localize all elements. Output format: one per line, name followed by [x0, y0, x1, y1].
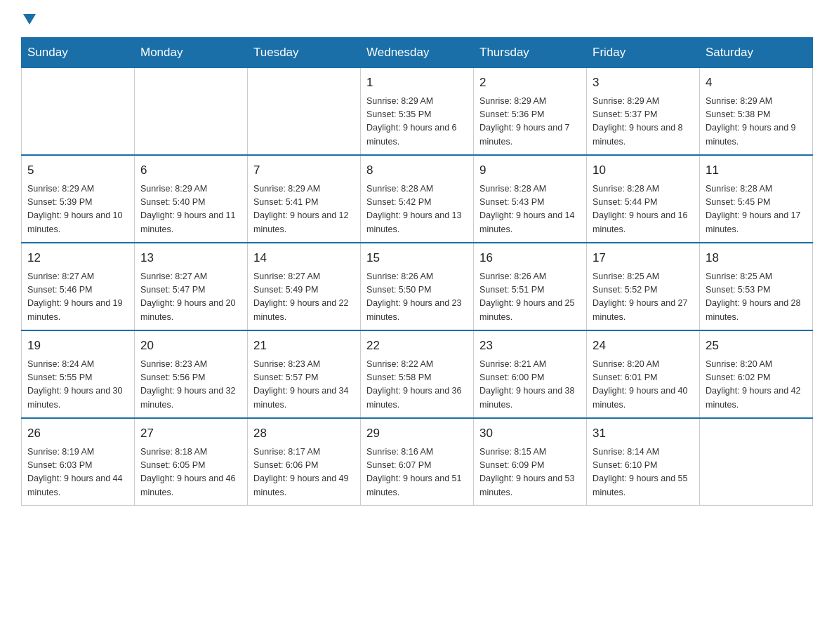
day-number: 18: [706, 249, 807, 267]
calendar-cell: 18Sunrise: 8:25 AMSunset: 5:53 PMDayligh…: [700, 243, 813, 330]
day-info: Sunrise: 8:17 AMSunset: 6:06 PMDaylight:…: [253, 445, 355, 500]
day-number: 16: [479, 249, 581, 267]
day-number: 1: [366, 74, 468, 92]
calendar-header-sunday: Sunday: [22, 38, 135, 67]
day-info: Sunrise: 8:18 AMSunset: 6:05 PMDaylight:…: [140, 445, 241, 500]
day-info: Sunrise: 8:26 AMSunset: 5:50 PMDaylight:…: [366, 270, 468, 325]
day-number: 8: [366, 161, 468, 180]
day-info: Sunrise: 8:29 AMSunset: 5:41 PMDaylight:…: [253, 182, 355, 237]
calendar-table: SundayMondayTuesdayWednesdayThursdayFrid…: [21, 37, 813, 506]
day-info: Sunrise: 8:14 AMSunset: 6:10 PMDaylight:…: [593, 445, 694, 500]
calendar-cell: 27Sunrise: 8:18 AMSunset: 6:05 PMDayligh…: [135, 418, 248, 506]
calendar-cell: 3Sunrise: 8:29 AMSunset: 5:37 PMDaylight…: [587, 67, 700, 155]
calendar-cell: 5Sunrise: 8:29 AMSunset: 5:39 PMDaylight…: [22, 155, 135, 243]
logo: [21, 14, 36, 23]
day-info: Sunrise: 8:22 AMSunset: 5:58 PMDaylight:…: [366, 358, 468, 412]
day-number: 22: [366, 337, 468, 355]
calendar-week-row: 26Sunrise: 8:19 AMSunset: 6:03 PMDayligh…: [22, 418, 813, 506]
day-info: Sunrise: 8:25 AMSunset: 5:52 PMDaylight:…: [593, 270, 694, 325]
calendar-cell: 11Sunrise: 8:28 AMSunset: 5:45 PMDayligh…: [700, 155, 813, 243]
day-info: Sunrise: 8:16 AMSunset: 6:07 PMDaylight:…: [366, 445, 468, 500]
calendar-cell: 24Sunrise: 8:20 AMSunset: 6:01 PMDayligh…: [587, 330, 700, 418]
day-info: Sunrise: 8:28 AMSunset: 5:44 PMDaylight:…: [593, 182, 694, 237]
day-info: Sunrise: 8:28 AMSunset: 5:43 PMDaylight:…: [479, 182, 581, 237]
calendar-cell: 16Sunrise: 8:26 AMSunset: 5:51 PMDayligh…: [474, 243, 587, 330]
calendar-cell: 17Sunrise: 8:25 AMSunset: 5:52 PMDayligh…: [587, 243, 700, 330]
calendar-cell: 23Sunrise: 8:21 AMSunset: 6:00 PMDayligh…: [474, 330, 587, 418]
day-info: Sunrise: 8:29 AMSunset: 5:40 PMDaylight:…: [140, 182, 241, 237]
day-number: 6: [140, 161, 241, 180]
calendar-header-tuesday: Tuesday: [248, 38, 361, 67]
day-number: 13: [140, 249, 241, 267]
day-info: Sunrise: 8:23 AMSunset: 5:56 PMDaylight:…: [140, 358, 241, 412]
day-info: Sunrise: 8:27 AMSunset: 5:49 PMDaylight:…: [253, 270, 355, 325]
calendar-cell: [22, 67, 135, 155]
calendar-week-row: 5Sunrise: 8:29 AMSunset: 5:39 PMDaylight…: [22, 155, 813, 243]
day-info: Sunrise: 8:29 AMSunset: 5:39 PMDaylight:…: [27, 182, 128, 237]
calendar-cell: 28Sunrise: 8:17 AMSunset: 6:06 PMDayligh…: [248, 418, 361, 506]
calendar-cell: 30Sunrise: 8:15 AMSunset: 6:09 PMDayligh…: [474, 418, 587, 506]
calendar-week-row: 19Sunrise: 8:24 AMSunset: 5:55 PMDayligh…: [22, 330, 813, 418]
day-number: 28: [253, 424, 355, 443]
calendar-header-row: SundayMondayTuesdayWednesdayThursdayFrid…: [22, 38, 813, 67]
calendar-header-wednesday: Wednesday: [361, 38, 474, 67]
page-header: [21, 14, 813, 23]
calendar-cell: 1Sunrise: 8:29 AMSunset: 5:35 PMDaylight…: [361, 67, 474, 155]
calendar-cell: 4Sunrise: 8:29 AMSunset: 5:38 PMDaylight…: [700, 67, 813, 155]
calendar-cell: 9Sunrise: 8:28 AMSunset: 5:43 PMDaylight…: [474, 155, 587, 243]
day-number: 21: [253, 337, 355, 355]
calendar-week-row: 1Sunrise: 8:29 AMSunset: 5:35 PMDaylight…: [22, 67, 813, 155]
day-number: 2: [479, 74, 581, 92]
day-number: 20: [140, 337, 241, 355]
day-number: 5: [27, 161, 128, 180]
day-number: 31: [593, 424, 694, 443]
day-number: 26: [27, 424, 128, 443]
day-number: 25: [706, 337, 807, 355]
day-number: 19: [27, 337, 128, 355]
calendar-cell: 20Sunrise: 8:23 AMSunset: 5:56 PMDayligh…: [135, 330, 248, 418]
day-number: 7: [253, 161, 355, 180]
logo-text: [21, 14, 36, 23]
calendar-cell: 26Sunrise: 8:19 AMSunset: 6:03 PMDayligh…: [22, 418, 135, 506]
day-number: 30: [479, 424, 581, 443]
day-number: 3: [593, 74, 694, 92]
calendar-cell: 29Sunrise: 8:16 AMSunset: 6:07 PMDayligh…: [361, 418, 474, 506]
day-info: Sunrise: 8:28 AMSunset: 5:42 PMDaylight:…: [366, 182, 468, 237]
day-info: Sunrise: 8:29 AMSunset: 5:36 PMDaylight:…: [479, 95, 581, 149]
calendar-header-thursday: Thursday: [474, 38, 587, 67]
calendar-cell: 25Sunrise: 8:20 AMSunset: 6:02 PMDayligh…: [700, 330, 813, 418]
day-info: Sunrise: 8:15 AMSunset: 6:09 PMDaylight:…: [479, 445, 581, 500]
calendar-cell: 19Sunrise: 8:24 AMSunset: 5:55 PMDayligh…: [22, 330, 135, 418]
day-number: 9: [479, 161, 581, 180]
calendar-cell: [248, 67, 361, 155]
day-info: Sunrise: 8:19 AMSunset: 6:03 PMDaylight:…: [27, 445, 128, 500]
day-info: Sunrise: 8:25 AMSunset: 5:53 PMDaylight:…: [706, 270, 807, 325]
calendar-cell: 14Sunrise: 8:27 AMSunset: 5:49 PMDayligh…: [248, 243, 361, 330]
day-number: 10: [593, 161, 694, 180]
day-info: Sunrise: 8:29 AMSunset: 5:38 PMDaylight:…: [706, 95, 807, 149]
calendar-header-friday: Friday: [587, 38, 700, 67]
day-number: 24: [593, 337, 694, 355]
day-number: 15: [366, 249, 468, 267]
calendar-cell: 13Sunrise: 8:27 AMSunset: 5:47 PMDayligh…: [135, 243, 248, 330]
logo-arrow-icon: [23, 14, 36, 25]
calendar-cell: 22Sunrise: 8:22 AMSunset: 5:58 PMDayligh…: [361, 330, 474, 418]
day-info: Sunrise: 8:26 AMSunset: 5:51 PMDaylight:…: [479, 270, 581, 325]
day-info: Sunrise: 8:21 AMSunset: 6:00 PMDaylight:…: [479, 358, 581, 412]
day-info: Sunrise: 8:27 AMSunset: 5:46 PMDaylight:…: [27, 270, 128, 325]
calendar-cell: [135, 67, 248, 155]
day-info: Sunrise: 8:29 AMSunset: 5:35 PMDaylight:…: [366, 95, 468, 149]
day-number: 23: [479, 337, 581, 355]
calendar-cell: 15Sunrise: 8:26 AMSunset: 5:50 PMDayligh…: [361, 243, 474, 330]
day-number: 14: [253, 249, 355, 267]
calendar-cell: 21Sunrise: 8:23 AMSunset: 5:57 PMDayligh…: [248, 330, 361, 418]
calendar-cell: 6Sunrise: 8:29 AMSunset: 5:40 PMDaylight…: [135, 155, 248, 243]
day-info: Sunrise: 8:20 AMSunset: 6:01 PMDaylight:…: [593, 358, 694, 412]
day-number: 27: [140, 424, 241, 443]
calendar-cell: 31Sunrise: 8:14 AMSunset: 6:10 PMDayligh…: [587, 418, 700, 506]
day-info: Sunrise: 8:29 AMSunset: 5:37 PMDaylight:…: [593, 95, 694, 149]
calendar-header-saturday: Saturday: [700, 38, 813, 67]
calendar-cell: 2Sunrise: 8:29 AMSunset: 5:36 PMDaylight…: [474, 67, 587, 155]
calendar-cell: [700, 418, 813, 506]
day-number: 11: [706, 161, 807, 180]
